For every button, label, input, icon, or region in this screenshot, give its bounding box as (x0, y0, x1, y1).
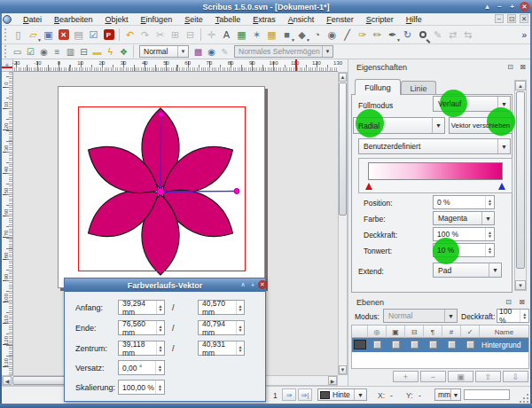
layers-table[interactable]: ◎▣⊟¶#✓Name Hintergrund (351, 325, 529, 369)
end-x-spinbox[interactable]: 76,560 mm▲▼ (118, 320, 165, 335)
insert-table-icon[interactable]: ▦ (264, 27, 279, 43)
insert-line-icon[interactable]: ╱ (340, 27, 355, 43)
stop-color-combobox[interactable]: Magenta▼ (433, 211, 495, 225)
vision-defect-combobox[interactable]: Normales Sehvermögen▼ (234, 45, 333, 58)
dialog-close-button[interactable]: ✕ (258, 280, 267, 289)
next-page-button[interactable]: ⇒ (282, 388, 296, 401)
menu-datei[interactable]: Datei (17, 15, 48, 24)
new-document-icon[interactable]: ▯ (11, 27, 26, 43)
export-pdf-icon[interactable]: P (101, 27, 116, 43)
remove-layer-button[interactable]: − (420, 371, 446, 382)
insert-polygon-icon[interactable]: ◆▼ (294, 27, 309, 43)
insert-freehand-icon[interactable]: ✏ (370, 27, 385, 43)
start-x-spinbox[interactable]: 39,294 mm▲▼ (118, 300, 165, 315)
scale-spinbox[interactable]: 100,00 %▲▼ (118, 380, 165, 395)
minimize-button[interactable]: − (495, 2, 505, 12)
visual-appearance-icon[interactable]: ◉ (205, 45, 218, 58)
canvas-vertical-scrollbar[interactable]: ▲ ▼ (338, 72, 348, 375)
resize-grip[interactable] (516, 390, 527, 401)
pdf-text-field-icon[interactable]: ≡ (51, 45, 64, 58)
tab-linie[interactable]: Linie (401, 81, 436, 95)
dialog-float-button[interactable]: + (248, 280, 257, 289)
pdf-radio-button-icon[interactable]: ◉ (37, 45, 51, 58)
menu-bearbeiten[interactable]: Bearbeiten (48, 15, 99, 24)
duplicate-layer-button[interactable]: ▣ (448, 371, 473, 382)
mdi-close-button[interactable]: ✕ (520, 14, 528, 23)
layer-opacity-spinbox[interactable]: 100 %▲▼ (497, 309, 529, 323)
gradient-editor[interactable] (358, 158, 512, 193)
properties-float-button[interactable]: ⊡ (505, 62, 515, 72)
menu-extras[interactable]: Extras (246, 15, 282, 24)
color-management-icon[interactable]: ❖ (117, 45, 130, 58)
menu-einfügen[interactable]: Einfügen (135, 15, 179, 24)
close-document-icon[interactable]: ✕ (56, 27, 71, 43)
pdf-list-box-icon[interactable]: ▥ (64, 45, 77, 58)
center-x-spinbox[interactable]: 39,118 mm▲▼ (118, 341, 165, 356)
layer-select-checkbox[interactable] (466, 341, 474, 349)
position-spinbox[interactable]: 0 %▲▼ (433, 195, 495, 209)
menu-ansicht[interactable]: Ansicht (282, 15, 321, 24)
menu-hilfe[interactable]: Hilfe (400, 15, 428, 24)
cut-icon[interactable]: ✂ (153, 27, 168, 43)
insert-calligraphy-icon[interactable]: ✒▼ (385, 27, 400, 43)
menu-objekt[interactable]: Objekt (99, 15, 135, 24)
layers-float-button[interactable]: ⊡ (504, 297, 513, 307)
horizontal-ruler[interactable]: -20-100102030405060708090100110120130 (13, 59, 338, 72)
blend-mode-combobox[interactable]: Normal▼ (383, 309, 458, 323)
layer-visible-checkbox[interactable] (373, 341, 381, 349)
open-document-icon[interactable]: ▱▼ (26, 27, 41, 43)
insert-arc-icon[interactable]: ◔ (309, 27, 325, 43)
mdi-minimize-button[interactable]: − (495, 14, 504, 23)
shade-button[interactable]: ▴ (482, 2, 492, 12)
lower-layer-button[interactable]: ⇩ (503, 371, 528, 382)
save-document-icon[interactable]: ▣ (41, 27, 56, 43)
properties-scrollbar[interactable]: ▲ ▼ (514, 80, 527, 291)
extend-combobox[interactable]: Pad▼ (433, 263, 502, 278)
unlink-text-frames-icon[interactable]: ⇆ (460, 27, 475, 43)
start-y-spinbox[interactable]: 40,570 mm▲▼ (198, 300, 245, 315)
menu-scripter[interactable]: Scripter (360, 15, 400, 24)
mdi-restore-button[interactable]: ⊡ (507, 14, 516, 23)
menu-fenster[interactable]: Fenster (320, 15, 360, 24)
insert-image-frame-icon[interactable]: ▦ (234, 27, 249, 43)
copy-icon[interactable]: ⊞ (168, 27, 183, 43)
pdf-text-annotation-icon[interactable]: ▬ (90, 45, 104, 58)
insert-bezier-icon[interactable]: ✑ (355, 27, 370, 43)
quality-combobox[interactable]: Normal▼ (139, 45, 189, 58)
toolbar-drag-handle[interactable] (4, 45, 8, 58)
layer-lock-checkbox[interactable] (411, 341, 419, 349)
vertical-ruler[interactable]: 0102030405060708090100110120130 (2, 72, 13, 375)
preflight-verifier-icon[interactable]: ☑ (86, 27, 101, 43)
maximize-button[interactable]: + (507, 2, 517, 12)
paste-icon[interactable]: ⊟ (183, 27, 198, 43)
layer-print-checkbox[interactable] (392, 341, 400, 349)
link-text-frames-icon[interactable]: ⇄ (445, 27, 460, 43)
print-icon[interactable]: ▤ (71, 27, 86, 43)
layer-textflow-checkbox[interactable] (429, 341, 437, 349)
dialog-title-bar[interactable]: Farbverlaufs-Vektor (65, 279, 265, 292)
end-y-spinbox[interactable]: 40,794 mm▲▼ (198, 320, 245, 335)
menu-seite[interactable]: Seite (178, 15, 209, 24)
offset-spinbox[interactable]: 0,00 °▲▼ (118, 360, 165, 375)
gradient-vector-dialog[interactable]: Farbverlaufs-Vektor ∧ + ✕ Anfang: 39,294… (64, 278, 266, 402)
last-page-button[interactable]: ⇒| (298, 388, 312, 401)
insert-spiral-icon[interactable]: ◉ (325, 27, 340, 43)
unit-combobox[interactable]: mm▼ (434, 388, 461, 401)
pdf-push-button-icon[interactable]: ▭ (11, 45, 24, 58)
pdf-check-box-icon[interactable]: ☑ (24, 45, 37, 58)
center-y-spinbox[interactable]: 40,931 mm▲▼ (198, 341, 245, 356)
add-layer-button[interactable]: + (393, 371, 419, 382)
layer-outline-checkbox[interactable] (448, 341, 456, 349)
redo-icon[interactable]: ↷ (137, 27, 153, 43)
pdf-combo-box-icon[interactable]: ⊟ (77, 45, 90, 58)
insert-shape-icon[interactable]: ■▼ (279, 27, 294, 43)
gradient-stop-end[interactable] (498, 183, 505, 190)
image-effects-icon[interactable]: ▩ (192, 45, 205, 58)
undo-icon[interactable]: ↶ (122, 27, 137, 43)
layer-color-swatch[interactable] (354, 340, 366, 349)
toolbar-drag-handle[interactable] (4, 28, 8, 41)
dialog-collapse-button[interactable]: ∧ (239, 280, 247, 289)
insert-render-frame-icon[interactable]: ✶ (249, 27, 264, 43)
edit-in-preview-icon[interactable]: ✎ (218, 45, 231, 58)
raise-layer-button[interactable]: ⇧ (475, 371, 501, 382)
